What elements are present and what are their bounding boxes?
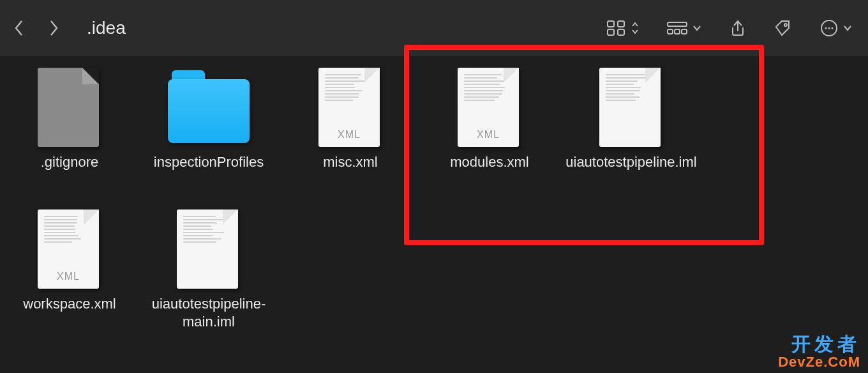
tag-icon: [774, 19, 793, 38]
forward-button[interactable]: [40, 14, 68, 42]
file-thumbnail: [599, 68, 663, 147]
file-grid: .gitignoreinspectionProfilesXMLmisc.xmlX…: [0, 56, 868, 373]
grid-icon: [606, 20, 627, 36]
columns-icon: [666, 20, 688, 36]
chevron-down-icon: [842, 24, 853, 32]
file-item[interactable]: uiautotestpipeline.iml: [562, 68, 701, 171]
file-type-badge: XML: [458, 129, 519, 141]
folder-title: .idea: [87, 18, 126, 38]
svg-rect-0: [608, 21, 614, 27]
svg-point-11: [825, 27, 827, 29]
file-label: misc.xml: [323, 153, 378, 171]
document-file-icon: XML: [38, 209, 99, 289]
folder-icon: [168, 79, 250, 143]
file-type-badge: XML: [318, 129, 380, 141]
file-thumbnail: [168, 68, 250, 147]
document-file-icon: XML: [458, 68, 519, 147]
file-label: workspace.xml: [23, 295, 116, 313]
group-by-button[interactable]: [666, 20, 702, 36]
file-thumbnail: XML: [38, 209, 101, 289]
chevron-left-icon: [12, 19, 26, 38]
file-item[interactable]: XMLmisc.xml: [281, 68, 420, 171]
share-icon: [729, 19, 747, 38]
nav-group: [5, 14, 68, 42]
toolbar-actions: [606, 19, 853, 38]
file-label: .gitignore: [41, 153, 99, 171]
svg-rect-3: [618, 29, 624, 35]
file-type-badge: XML: [38, 271, 99, 282]
svg-rect-7: [682, 29, 687, 34]
document-file-icon: [599, 68, 661, 147]
file-label: uiautotestpipeline-main.iml: [140, 295, 278, 330]
file-item[interactable]: inspectionProfiles: [139, 68, 278, 171]
view-grid-button[interactable]: [606, 20, 640, 36]
svg-rect-5: [668, 29, 673, 34]
svg-point-13: [832, 27, 834, 29]
file-label: uiautotestpipeline.iml: [565, 153, 696, 171]
document-file-icon: [177, 209, 238, 289]
back-button[interactable]: [5, 14, 33, 42]
file-label: inspectionProfiles: [154, 153, 264, 171]
file-item[interactable]: .gitignore: [0, 68, 139, 171]
tag-button[interactable]: [774, 19, 793, 38]
chevron-updown-icon: [631, 21, 640, 35]
file-thumbnail: XML: [458, 68, 521, 147]
svg-rect-4: [668, 22, 687, 26]
file-thumbnail: XML: [318, 68, 382, 147]
file-item[interactable]: uiautotestpipeline-main.iml: [139, 209, 278, 330]
chevron-down-icon: [692, 24, 702, 32]
share-button[interactable]: [729, 19, 747, 38]
chevron-right-icon: [47, 19, 61, 38]
file-item[interactable]: XMLworkspace.xml: [0, 209, 139, 313]
toolbar: .idea: [0, 0, 868, 56]
file-label: modules.xml: [450, 153, 528, 171]
ellipsis-circle-icon: [819, 19, 839, 38]
svg-rect-2: [608, 29, 614, 35]
svg-rect-6: [675, 29, 680, 34]
file-item[interactable]: XMLmodules.xml: [420, 68, 559, 171]
file-thumbnail: [177, 209, 241, 289]
svg-rect-1: [618, 21, 624, 27]
document-file-icon: XML: [318, 68, 380, 147]
more-button[interactable]: [819, 19, 853, 38]
file-thumbnail: [38, 68, 101, 147]
svg-point-12: [828, 27, 830, 29]
svg-point-9: [784, 24, 787, 26]
generic-file-icon: [38, 68, 99, 147]
